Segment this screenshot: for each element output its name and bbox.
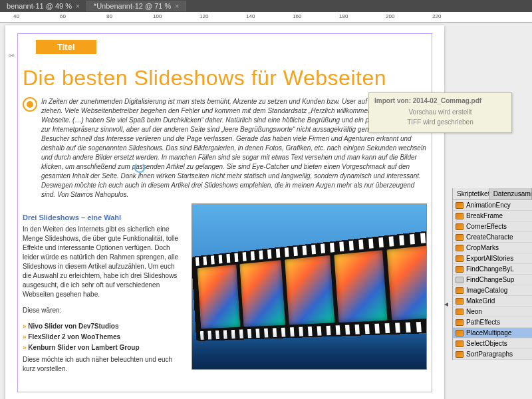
script-label: ExportAllStories <box>466 255 513 262</box>
paragraph: Diese möchte ich auch näher beleuchten u… <box>23 355 182 374</box>
ruler-tick: 140 <box>246 13 255 19</box>
script-label: AnimationEncy <box>466 201 511 209</box>
script-item[interactable]: ExportAllStories <box>453 253 532 264</box>
script-icon <box>456 309 464 315</box>
script-item[interactable]: CropMarks <box>453 243 532 253</box>
script-label: CornerEffects <box>466 223 507 230</box>
script-icon <box>456 245 464 251</box>
script-icon <box>456 287 464 294</box>
ruler-tick: 80 <box>106 13 112 19</box>
script-label: SortParagraphs <box>466 350 513 358</box>
import-tooltip: Import von: 2014-02_Commag.pdf Vorschau … <box>368 92 512 133</box>
panel-flyout-icon[interactable]: ◂ <box>444 299 448 309</box>
title-frame[interactable]: Titel <box>36 40 96 54</box>
doc-tab-2[interactable]: *Unbenannt-12 @ 71 %× <box>87 1 186 11</box>
script-icon <box>456 234 464 241</box>
bullet-item: Nivo Slider von Dev7Studios <box>23 322 182 331</box>
close-icon[interactable]: × <box>76 3 80 10</box>
dropcap-bullet-icon <box>23 97 37 112</box>
script-item[interactable]: SelectObjects <box>453 338 532 349</box>
script-icon <box>456 223 464 230</box>
script-icon <box>456 340 464 347</box>
script-label: CreateCharacte <box>466 233 513 241</box>
script-icon <box>456 351 464 358</box>
ruler-tick: 60 <box>60 13 66 19</box>
script-icon <box>456 202 464 209</box>
script-item[interactable]: FindChangeByL <box>453 264 532 275</box>
script-list: AnimationEncyBreakFrameCornerEffectsCrea… <box>453 200 532 360</box>
scripts-panel: Skriptetikett Datenzusamm AnimationEncyB… <box>452 188 532 360</box>
script-label: SelectObjects <box>466 340 507 347</box>
script-item[interactable]: SortParagraphs <box>453 349 532 360</box>
page-headline[interactable]: Die besten Slideshows für Webseiten <box>23 66 427 90</box>
script-icon <box>456 255 464 262</box>
panel-tab-datamerge[interactable]: Datenzusamm <box>489 188 532 200</box>
script-label: PlaceMultipage <box>466 329 511 336</box>
paragraph: Diese wären: <box>23 306 182 315</box>
bullet-item: FlexSlider 2 von WooThemes <box>23 332 182 342</box>
script-item[interactable]: ImageCatalog <box>453 285 532 296</box>
busy-cursor-icon <box>134 162 145 173</box>
tab-label: benannt-11 @ 49 % <box>7 2 72 10</box>
ruler-tick: 120 <box>200 13 208 19</box>
script-icon <box>456 213 464 219</box>
filmstrip-graphic <box>192 229 427 341</box>
left-column[interactable]: Drei Slideshows – eine Wahl In den Weite… <box>23 203 182 380</box>
doc-tab-1[interactable]: benannt-11 @ 49 %× <box>0 1 87 11</box>
script-item[interactable]: BreakFrame <box>453 211 532 221</box>
script-item[interactable]: CreateCharacte <box>453 232 532 243</box>
chain-icon: ⚯ <box>9 52 14 59</box>
image-frame[interactable] <box>192 203 427 370</box>
ruler-tick: 40 <box>13 13 19 19</box>
paragraph: In den Weiten des Internets gibt es sich… <box>23 225 182 299</box>
script-item[interactable]: PlaceMultipage <box>453 328 532 338</box>
page-canvas[interactable]: ⚯ Titel Die besten Slideshows für Websei… <box>5 25 444 399</box>
folder-icon <box>456 277 464 283</box>
ruler-tick: 180 <box>339 13 348 19</box>
subheading: Drei Slideshows – eine Wahl <box>23 213 182 222</box>
ruler-tick: 100 <box>153 13 162 19</box>
script-item[interactable]: FindChangeSup <box>453 275 532 285</box>
tooltip-title: Import von: 2014-02_Commag.pdf <box>374 97 506 104</box>
script-label: FindChangeSup <box>466 276 514 283</box>
panel-tab-scriptlabel[interactable]: Skriptetikett <box>453 188 489 200</box>
script-item[interactable]: MakeGrid <box>453 296 532 307</box>
close-icon[interactable]: × <box>175 3 179 10</box>
script-item[interactable]: PathEffects <box>453 317 532 328</box>
script-label: Neon <box>466 308 482 315</box>
tooltip-progress: TIFF wird geschrieben <box>374 118 506 126</box>
script-icon <box>456 266 464 273</box>
script-label: ImageCatalog <box>466 287 507 294</box>
script-label: PathEffects <box>466 319 500 326</box>
script-item[interactable]: Neon <box>453 307 532 317</box>
tab-label: *Unbenannt-12 @ 71 % <box>94 2 171 10</box>
bullet-list: Nivo Slider von Dev7StudiosFlexSlider 2 … <box>23 322 182 352</box>
script-item[interactable]: CornerEffects <box>453 221 532 232</box>
script-label: MakeGrid <box>466 297 495 305</box>
script-label: BreakFrame <box>466 212 503 219</box>
ruler-tick: 220 <box>432 13 441 19</box>
script-icon <box>456 330 464 336</box>
script-icon <box>456 319 464 326</box>
bullet-item: Kenburn Slider von Lambert Group <box>23 343 182 352</box>
tooltip-status: Vorschau wird erstellt <box>374 108 506 116</box>
script-label: FindChangeByL <box>466 265 514 273</box>
horizontal-ruler: 406080100120140160180200220 <box>0 12 532 23</box>
script-label: CropMarks <box>466 244 499 251</box>
ruler-tick: 160 <box>293 13 301 19</box>
ruler-tick: 200 <box>386 13 394 19</box>
script-item[interactable]: AnimationEncy <box>453 200 532 211</box>
document-tabs: benannt-11 @ 49 %× *Unbenannt-12 @ 71 %× <box>0 0 532 12</box>
script-icon <box>456 298 464 305</box>
